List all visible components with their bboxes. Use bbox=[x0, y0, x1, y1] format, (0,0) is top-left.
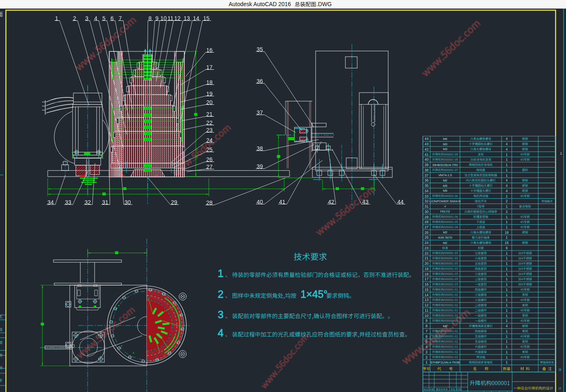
svg-text:24: 24 bbox=[424, 241, 429, 245]
svg-text:33: 33 bbox=[424, 194, 429, 198]
svg-text:1: 1 bbox=[506, 277, 508, 281]
svg-text:1: 1 bbox=[506, 168, 508, 172]
svg-text:22: 22 bbox=[424, 251, 429, 255]
svg-text:10: 10 bbox=[424, 314, 429, 318]
svg-text:1: 1 bbox=[506, 256, 508, 260]
svg-text:4: 4 bbox=[506, 324, 508, 328]
svg-text:2: 2 bbox=[425, 355, 427, 359]
svg-text:8: 8 bbox=[425, 324, 427, 328]
svg-text:34: 34 bbox=[424, 189, 429, 193]
svg-text:40: 40 bbox=[424, 157, 429, 162]
svg-text:Y: Y bbox=[444, 205, 447, 208]
svg-text:41: 41 bbox=[424, 153, 429, 157]
svg-text:VM74-1.5: VM74-1.5 bbox=[438, 173, 452, 177]
svg-text:1: 1 bbox=[506, 163, 508, 167]
svg-text:23: 23 bbox=[424, 246, 429, 250]
svg-text:1: 1 bbox=[506, 329, 508, 333]
svg-text:38: 38 bbox=[424, 168, 429, 172]
svg-text:4: 4 bbox=[506, 189, 508, 193]
svg-text:16: 16 bbox=[505, 241, 509, 245]
svg-text:1: 1 bbox=[506, 282, 508, 286]
svg-text:4: 4 bbox=[506, 137, 508, 141]
svg-text:1: 1 bbox=[218, 267, 223, 279]
svg-text:1: 1 bbox=[506, 194, 508, 198]
svg-text:M2: M2 bbox=[443, 179, 447, 182]
svg-text:2: 2 bbox=[218, 288, 223, 300]
svg-text:18: 18 bbox=[424, 272, 429, 276]
svg-text:Autodesk AutoCAD 2016: Autodesk AutoCAD 2016 bbox=[229, 1, 291, 7]
svg-text:14: 14 bbox=[424, 293, 429, 297]
svg-text:M3: M3 bbox=[443, 147, 447, 151]
svg-text:1: 1 bbox=[506, 319, 508, 323]
svg-text:30: 30 bbox=[424, 210, 429, 214]
svg-text:39HBS22BJ4-TR0: 39HBS22BJ4-TR0 bbox=[432, 163, 458, 167]
svg-text:1: 1 bbox=[506, 288, 508, 292]
svg-text:1: 1 bbox=[506, 314, 508, 318]
svg-text:3: 3 bbox=[425, 350, 427, 354]
svg-text:1: 1 bbox=[506, 334, 508, 339]
svg-text:M4: M4 bbox=[443, 137, 447, 141]
svg-text:1: 1 bbox=[506, 215, 508, 219]
svg-text:39: 39 bbox=[424, 163, 429, 167]
svg-text:1: 1 bbox=[560, 151, 562, 155]
svg-text:3: 3 bbox=[218, 308, 223, 321]
svg-text:57HBP112AL4-TK0B: 57HBP112AL4-TK0B bbox=[431, 361, 460, 364]
svg-text:1: 1 bbox=[506, 360, 508, 364]
svg-text:1: 1 bbox=[506, 153, 508, 157]
svg-text:29: 29 bbox=[424, 215, 429, 219]
svg-text:1: 1 bbox=[425, 360, 427, 364]
svg-text:1: 1 bbox=[506, 235, 508, 239]
svg-text:19: 19 bbox=[424, 267, 429, 271]
svg-text:2: 2 bbox=[506, 210, 508, 214]
svg-text:26: 26 bbox=[424, 230, 429, 235]
svg-text:4: 4 bbox=[425, 345, 427, 349]
svg-text:1: 1 bbox=[506, 355, 508, 359]
svg-text:1: 1 bbox=[506, 261, 508, 266]
svg-text:1×45°: 1×45° bbox=[301, 288, 327, 300]
svg-text:37: 37 bbox=[424, 173, 429, 177]
svg-text:28: 28 bbox=[424, 220, 429, 224]
svg-text:1: 1 bbox=[506, 350, 508, 354]
svg-text:35: 35 bbox=[424, 184, 429, 188]
svg-text:31: 31 bbox=[424, 204, 429, 208]
svg-text:1: 1 bbox=[506, 303, 508, 307]
svg-text:M5: M5 bbox=[443, 189, 447, 193]
svg-text:1: 1 bbox=[506, 204, 508, 208]
svg-text:1: 1 bbox=[506, 308, 508, 312]
svg-text:21: 21 bbox=[424, 256, 429, 260]
svg-text:2: 2 bbox=[506, 199, 508, 203]
svg-text:AXK 5070: AXK 5070 bbox=[438, 236, 452, 239]
svg-text:12: 12 bbox=[424, 303, 429, 307]
svg-text:44: 44 bbox=[424, 137, 429, 141]
svg-text:18: 18 bbox=[505, 230, 509, 235]
svg-text:1: 1 bbox=[506, 298, 508, 302]
svg-text:1: 1 bbox=[506, 251, 508, 255]
svg-text:4: 4 bbox=[506, 178, 508, 182]
svg-text:1: 1 bbox=[506, 293, 508, 297]
svg-text:1: 1 bbox=[506, 272, 508, 276]
svg-text:M2: M2 bbox=[443, 230, 447, 234]
svg-text:20: 20 bbox=[424, 261, 429, 266]
svg-text:43: 43 bbox=[424, 142, 429, 146]
svg-text:5: 5 bbox=[425, 339, 427, 343]
svg-text:17: 17 bbox=[424, 277, 429, 281]
svg-text:1: 1 bbox=[506, 173, 508, 177]
svg-text:13: 13 bbox=[424, 298, 429, 302]
svg-text:M3: M3 bbox=[443, 184, 447, 188]
svg-text:1: 1 bbox=[506, 267, 508, 271]
svg-text:4: 4 bbox=[506, 147, 508, 151]
svg-text:27: 27 bbox=[424, 225, 429, 229]
svg-text:6: 6 bbox=[425, 334, 427, 339]
svg-text:M3: M3 bbox=[443, 142, 447, 146]
svg-text:36: 36 bbox=[424, 178, 429, 182]
svg-text:9: 9 bbox=[425, 319, 427, 323]
svg-text:42: 42 bbox=[424, 147, 429, 151]
svg-text:16: 16 bbox=[424, 282, 429, 286]
svg-text:1: 1 bbox=[506, 157, 508, 162]
svg-text:.DWG: .DWG bbox=[316, 1, 332, 7]
svg-text:7: 7 bbox=[425, 329, 427, 333]
svg-text:6: 6 bbox=[506, 246, 508, 250]
svg-text:F617/2: F617/2 bbox=[440, 210, 450, 213]
svg-text:1: 1 bbox=[506, 225, 508, 229]
svg-text:M2: M2 bbox=[443, 241, 447, 245]
